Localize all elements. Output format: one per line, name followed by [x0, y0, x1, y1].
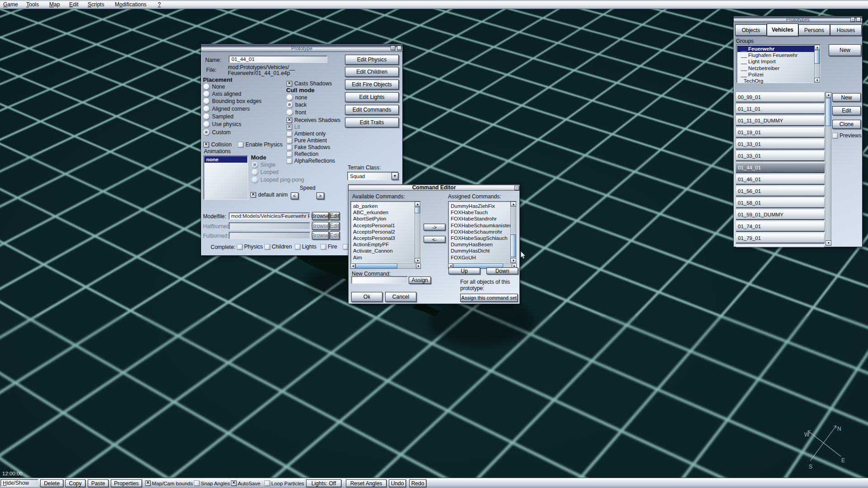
- svg-text:W: W: [804, 432, 810, 438]
- svg-text:N: N: [837, 426, 841, 432]
- svg-text:S: S: [809, 464, 812, 470]
- svg-text:E: E: [841, 457, 845, 464]
